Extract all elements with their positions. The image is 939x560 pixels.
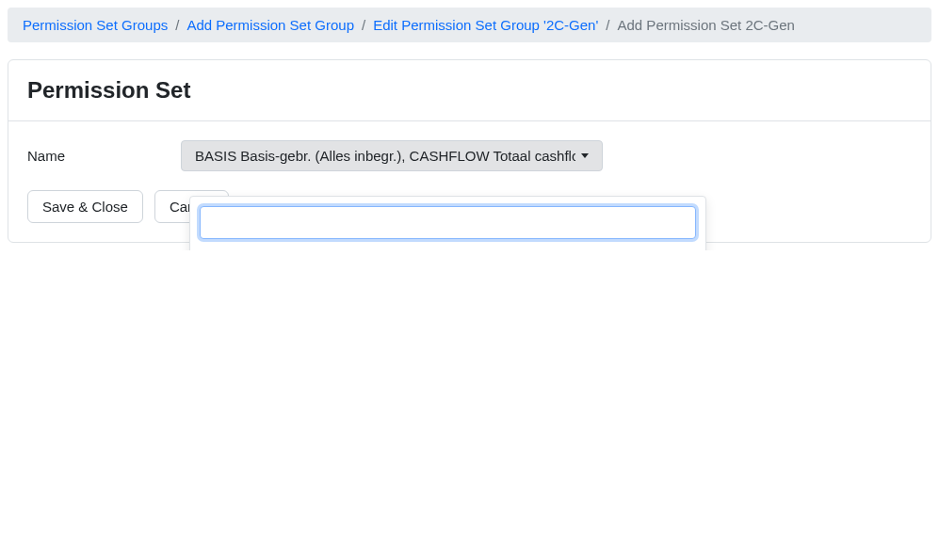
name-label: Name <box>27 148 181 164</box>
dropdown-actions: Select All Deselect All Save <box>190 248 705 250</box>
breadcrumb-current: Add Permission Set 2C-Gen <box>618 17 795 33</box>
breadcrumb-separator: / <box>175 17 179 33</box>
select-display-text: BASIS Basis-gebr. (Alles inbegr.), CASHF… <box>195 148 575 164</box>
panel-header: Permission Set <box>8 60 931 121</box>
dropdown-search-wrap <box>190 197 705 248</box>
name-row: Name BASIS Basis-gebr. (Alles inbegr.), … <box>27 140 912 171</box>
dropdown-search-input[interactable] <box>200 206 696 239</box>
breadcrumb: Permission Set Groups / Add Permission S… <box>8 8 931 42</box>
multiselect-dropdown: Select All Deselect All Save ADCS ALLE A… <box>189 196 706 250</box>
save-close-button[interactable]: Save & Close <box>27 190 143 223</box>
breadcrumb-link-1[interactable]: Add Permission Set Group <box>186 17 354 33</box>
name-select-toggle[interactable]: BASIS Basis-gebr. (Alles inbegr.), CASHF… <box>181 140 603 171</box>
chevron-down-icon <box>581 153 589 158</box>
breadcrumb-separator: / <box>606 17 609 33</box>
page-title: Permission Set <box>27 77 912 104</box>
breadcrumb-separator: / <box>362 17 365 33</box>
breadcrumb-link-0[interactable]: Permission Set Groups <box>23 17 168 33</box>
breadcrumb-link-2[interactable]: Edit Permission Set Group '2C-Gen' <box>373 17 598 33</box>
